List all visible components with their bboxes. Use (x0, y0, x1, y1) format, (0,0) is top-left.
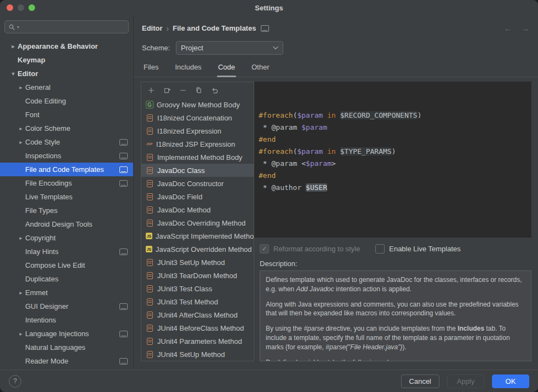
sidebar-item-compose-live-edit[interactable]: Compose Live Edit (0, 258, 133, 272)
sidebar-item-file-encodings[interactable]: File Encodings (0, 176, 133, 190)
template-item-junit3-teardown-method[interactable]: JUnit3 TearDown Method (141, 269, 254, 282)
sidebar-item-code-style[interactable]: ▸Code Style (0, 135, 133, 149)
reset-template-icon[interactable] (210, 86, 219, 95)
scheme-select[interactable]: Project (176, 41, 283, 55)
add-template-icon[interactable] (147, 86, 156, 95)
description-paragraph: By using the #parse directive, you can i… (266, 324, 525, 351)
project-override-icon (119, 166, 128, 173)
template-item-javadoc-method[interactable]: JavaDoc Method (141, 203, 254, 216)
template-item-javascript-overridden-method-body[interactable]: JSJavaScript Overridden Method Body (141, 243, 254, 256)
back-arrow-icon[interactable]: ← (504, 24, 512, 33)
chevron-right-icon[interactable]: ▸ (16, 84, 25, 90)
sidebar-item-duplicates[interactable]: Duplicates (0, 272, 133, 286)
template-item-javadoc-field[interactable]: JavaDoc Field (141, 190, 254, 203)
sidebar-item-label: Editor (18, 70, 38, 78)
create-child-template-icon[interactable] (163, 86, 171, 95)
sidebar-item-appearance-behavior[interactable]: ▸Appearance & Behavior (0, 39, 133, 53)
template-editor[interactable]: #foreach($param in $RECORD_COMPONENTS) *… (254, 82, 531, 238)
sidebar-item-gui-designer[interactable]: GUI Designer (0, 299, 133, 313)
ok-button[interactable]: OK (492, 374, 529, 388)
sidebar-item-color-scheme[interactable]: ▸Color Scheme (0, 122, 133, 135)
remove-template-icon[interactable] (179, 86, 187, 95)
sidebar-item-intentions[interactable]: Intentions (0, 313, 133, 327)
template-item-javascript-implemented-method-body[interactable]: JSJavaScript Implemented Method Body (141, 229, 254, 243)
chevron-right-icon[interactable]: ▸ (16, 290, 25, 296)
template-item-junit4-parameters-method[interactable]: JUnit4 Parameters Method (141, 335, 254, 348)
sidebar-item-live-templates[interactable]: Live Templates (0, 190, 133, 204)
template-item-i18nized-concatenation[interactable]: I18nized Concatenation (141, 111, 254, 124)
reformat-checkbox[interactable]: ✓ (260, 244, 269, 253)
sidebar-item-keymap[interactable]: Keymap (0, 53, 133, 67)
template-item-junit4-beforeclass-method[interactable]: JUnit4 BeforeClass Method (141, 321, 254, 335)
sidebar-item-label: Duplicates (25, 275, 59, 283)
sidebar-item-emmet[interactable]: ▸Emmet (0, 286, 133, 299)
groovy-file-icon: G (146, 101, 153, 108)
sidebar-item-editor[interactable]: ▾Editor (0, 67, 133, 80)
forward-arrow-icon[interactable]: → (521, 24, 529, 33)
apply-button[interactable]: Apply (447, 374, 484, 388)
sidebar-item-inlay-hints[interactable]: Inlay Hints (0, 245, 133, 258)
template-item-label: I18nized Concatenation (157, 114, 232, 122)
reformat-label: Reformat according to style (273, 245, 360, 253)
jsp-file-icon: JSP (146, 141, 153, 148)
chevron-right-icon[interactable]: ▸ (16, 235, 25, 241)
template-item-i18nized-expression[interactable]: I18nized Expression (141, 124, 254, 137)
sidebar-item-inspections[interactable]: Inspections (0, 149, 133, 163)
search-input[interactable] (21, 22, 125, 32)
sidebar-item-code-editing[interactable]: Code Editing (0, 94, 133, 108)
chevron-right-icon[interactable]: ▸ (9, 43, 18, 49)
help-button[interactable]: ? (9, 375, 21, 388)
project-override-icon (119, 358, 128, 365)
template-item-groovy-new-method-body[interactable]: GGroovy New Method Body (141, 98, 254, 111)
template-item-junit4-setup-method[interactable]: JUnit4 SetUp Method (141, 348, 254, 361)
template-item-javadoc-constructor[interactable]: JavaDoc Constructor (141, 177, 254, 190)
tab-includes[interactable]: Includes (174, 62, 202, 77)
sidebar-item-copyright[interactable]: ▸Copyright (0, 231, 133, 245)
code-line: * @param <$param> (259, 158, 527, 170)
sidebar-item-general[interactable]: ▸General (0, 80, 133, 94)
copy-template-icon[interactable] (194, 86, 203, 95)
sidebar-item-file-types[interactable]: File Types (0, 204, 133, 217)
sidebar-item-language-injections[interactable]: ▸Language Injections (0, 327, 133, 341)
template-item-junit3-setup-method[interactable]: JUnit3 SetUp Method (141, 256, 254, 269)
search-field[interactable]: ▾ (4, 20, 129, 33)
template-item-label: JUnit4 BeforeClass Method (157, 324, 244, 332)
search-history-icon[interactable]: ▾ (17, 25, 19, 30)
tmpl-file-icon (147, 180, 153, 187)
tab-other[interactable]: Other (250, 62, 271, 77)
sidebar-item-android-design-tools[interactable]: Android Design Tools (0, 217, 133, 231)
sidebar-item-file-and-code-templates[interactable]: File and Code Templates (0, 163, 133, 176)
chevron-right-icon[interactable]: ▸ (16, 139, 25, 145)
chevron-right-icon[interactable]: ▸ (16, 125, 25, 131)
template-item-implemented-method-body[interactable]: Implemented Method Body (141, 151, 254, 164)
scheme-selected-value: Project (181, 44, 203, 52)
template-item-i18nized-jsp-expression[interactable]: JSPI18nized JSP Expression (141, 137, 254, 151)
cancel-button[interactable]: Cancel (401, 374, 439, 388)
template-item-label: I18nized JSP Expression (156, 140, 235, 148)
sidebar-item-label: Language Injections (25, 330, 89, 338)
chevron-down-icon[interactable]: ▾ (9, 71, 18, 77)
scheme-row: Scheme: Project (142, 41, 529, 55)
sidebar-item-label: Color Scheme (25, 124, 70, 132)
sidebar-item-reader-mode[interactable]: Reader Mode (0, 354, 133, 368)
template-item-javadoc-overriding-method[interactable]: JavaDoc Overriding Method (141, 216, 254, 229)
template-item-javadoc-class[interactable]: JavaDoc Class (141, 164, 254, 177)
breadcrumb: Editor › File and Code Templates ← → (142, 24, 529, 33)
sidebar-item-label: Code Style (25, 138, 60, 146)
breadcrumb-editor[interactable]: Editor (142, 24, 163, 32)
tmpl-file-icon (147, 338, 153, 345)
template-item-junit3-test-class[interactable]: JUnit3 Test Class (141, 282, 254, 295)
template-item-label: JavaDoc Class (157, 166, 205, 175)
sidebar-item-font[interactable]: Font (0, 108, 133, 122)
tab-code[interactable]: Code (217, 62, 236, 77)
tab-files[interactable]: Files (142, 62, 159, 77)
template-item-junit4-afterclass-method[interactable]: JUnit4 AfterClass Method (141, 308, 254, 321)
sidebar-item-label: Compose Live Edit (25, 261, 85, 269)
chevron-right-icon[interactable]: ▸ (16, 331, 25, 337)
description-text: Defines template which used to generate … (266, 275, 525, 361)
enable-live-templates-checkbox[interactable] (375, 244, 385, 253)
sidebar-item-natural-languages[interactable]: Natural Languages (0, 341, 133, 354)
template-item-junit3-test-method[interactable]: JUnit3 Test Method (141, 295, 254, 308)
template-item-label: JavaDoc Field (157, 193, 202, 201)
breadcrumb-file-and-code-templates[interactable]: File and Code Templates (173, 24, 256, 32)
